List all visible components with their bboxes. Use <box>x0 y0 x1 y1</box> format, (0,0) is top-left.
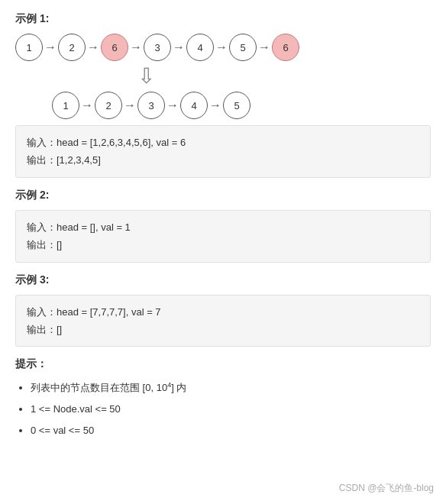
example3-input: 输入：head = [7,7,7,7], val = 7 <box>27 303 419 321</box>
example1-diagram: 1→2→6→3→4→5→6 ⇩ 1→2→3→4→5 <box>15 34 431 119</box>
list1-node-3: 3 <box>144 34 171 61</box>
example2-block: 输入：head = [], val = 1 输出：[] <box>15 210 431 263</box>
list1-arrow-3: → <box>173 40 185 54</box>
list2-node-0: 1 <box>52 92 79 119</box>
example2-title: 示例 2: <box>15 189 431 202</box>
hint-item-3: 0 <= val <= 50 <box>31 421 431 441</box>
list2-row: 1→2→3→4→5 <box>52 92 431 119</box>
hint-title: 提示： <box>15 357 431 371</box>
example3-title: 示例 3: <box>15 273 431 287</box>
example1-output: 输出：[1,2,3,4,5] <box>27 151 419 169</box>
hint-section: 提示： 列表中的节点数目在范围 [0, 104] 内 1 <= Node.val… <box>15 357 431 440</box>
watermark: CSDN @会飞的鱼-blog <box>339 482 434 495</box>
list1-node-2: 6 <box>101 34 128 61</box>
list1-arrow-2: → <box>130 40 142 54</box>
list1-row: 1→2→6→3→4→5→6 <box>15 34 431 61</box>
list1-arrow-0: → <box>44 40 57 54</box>
list2-arrow-1: → <box>124 99 136 112</box>
example3-block: 输入：head = [7,7,7,7], val = 7 输出：[] <box>15 295 431 347</box>
list1-arrow-4: → <box>215 40 228 54</box>
list2-node-4: 5 <box>223 92 250 119</box>
example2-section: 示例 2: 输入：head = [], val = 1 输出：[] <box>15 189 431 263</box>
list1-node-0: 1 <box>15 34 43 61</box>
example2-input: 输入：head = [], val = 1 <box>27 218 419 236</box>
example1-input: 输入：head = [1,2,6,3,4,5,6], val = 6 <box>27 134 419 151</box>
list1-node-6: 6 <box>272 34 299 61</box>
example1-block: 输入：head = [1,2,6,3,4,5,6], val = 6 输出：[1… <box>15 125 431 178</box>
example3-output: 输出：[] <box>27 321 419 338</box>
list1-node-5: 5 <box>229 34 257 61</box>
list2-node-1: 2 <box>95 92 122 119</box>
example1-section: 示例 1: 1→2→6→3→4→5→6 ⇩ 1→2→3→4→5 输入：head … <box>15 12 431 178</box>
list2-arrow-3: → <box>209 99 221 112</box>
list1-node-4: 4 <box>186 34 214 61</box>
list2-arrow-2: → <box>166 99 179 112</box>
list2-arrow-0: → <box>81 99 93 112</box>
down-arrow-icon: ⇩ <box>137 66 155 87</box>
example3-section: 示例 3: 输入：head = [7,7,7,7], val = 7 输出：[] <box>15 273 431 347</box>
hint-list: 列表中的节点数目在范围 [0, 104] 内 1 <= Node.val <= … <box>15 377 431 440</box>
down-arrow-container: ⇩ <box>137 66 431 87</box>
list2-node-2: 3 <box>137 92 165 119</box>
hint-item-1: 列表中的节点数目在范围 [0, 104] 内 <box>31 377 431 397</box>
example2-output: 输出：[] <box>27 236 419 254</box>
list1-arrow-1: → <box>87 40 99 54</box>
list1-node-1: 2 <box>58 34 86 61</box>
list1-arrow-5: → <box>258 40 270 54</box>
example1-title: 示例 1: <box>15 12 431 26</box>
list2-node-3: 4 <box>180 92 208 119</box>
hint-item-2: 1 <= Node.val <= 50 <box>31 399 431 419</box>
